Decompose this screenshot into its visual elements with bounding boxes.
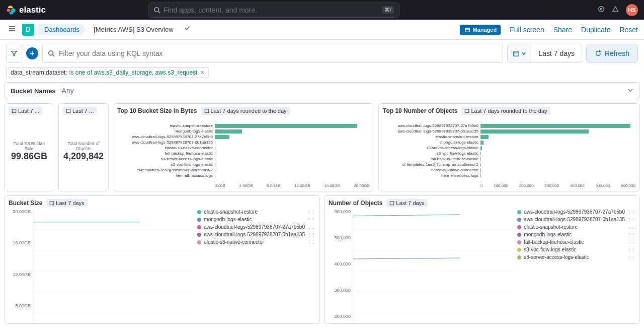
- plot-area[interactable]: [353, 209, 513, 324]
- drag-handle-icon[interactable]: ⋮⋮: [307, 210, 315, 214]
- legend-item[interactable]: aws-cloudtrail-logs-529897938707-27a7b5b…: [197, 224, 315, 230]
- series-line[interactable]: [353, 215, 460, 216]
- user-avatar[interactable]: HS: [626, 4, 638, 16]
- fullscreen-button[interactable]: Full screen: [510, 26, 544, 34]
- legend-item[interactable]: s3-server-access-logs-elastic⋮⋮: [517, 254, 635, 260]
- drag-handle-icon[interactable]: ⋮⋮: [627, 225, 635, 229]
- filter-pill[interactable]: data_stream.dataset: is one of aws.s3_da…: [6, 67, 209, 78]
- drag-handle-icon[interactable]: ⋮⋮: [307, 240, 315, 244]
- control-value[interactable]: Any: [62, 87, 74, 95]
- bar-fill[interactable]: [480, 141, 484, 145]
- legend-color-icon: [197, 225, 201, 229]
- legend-item[interactable]: s3-vpc-flow-logs-elastic⋮⋮: [517, 247, 635, 252]
- legend-label: s3-server-access-logs-elastic: [524, 254, 589, 260]
- chart-bucket-size-timeseries: Bucket Size Last 7 days 20.00GB16.00GB12…: [4, 195, 320, 324]
- logo-text: elastic: [19, 5, 46, 15]
- legend-item[interactable]: mongodb-logs-elastic⋮⋮: [517, 232, 635, 237]
- svg-point-3: [600, 8, 602, 10]
- duplicate-button[interactable]: Duplicate: [581, 26, 610, 34]
- filter-icon: [11, 50, 18, 57]
- bar-label: s3-server-access-logs-elastic: [383, 146, 478, 150]
- y-axis: 20.00GB16.00GB12.00GB8.00GB4.00GB0.00B: [9, 209, 33, 324]
- chevron-down-icon[interactable]: [627, 87, 633, 95]
- legend-color-icon: [517, 210, 521, 214]
- bar-fill[interactable]: [480, 124, 630, 128]
- share-button[interactable]: Share: [553, 26, 572, 34]
- drag-handle-icon[interactable]: ⋮⋮: [627, 232, 635, 237]
- legend-item[interactable]: elastic-s3-native-connector⋮⋮: [197, 239, 315, 245]
- bar-label: hem-elb-access-logs: [117, 173, 213, 178]
- legend-item[interactable]: mongodb-logs-elastic⋮⋮: [197, 217, 315, 222]
- drag-handle-icon[interactable]: ⋮⋮: [307, 217, 315, 222]
- legend-color-icon: [517, 248, 521, 252]
- bar-fill[interactable]: [480, 146, 482, 150]
- kql-input-wrapper[interactable]: [42, 44, 503, 63]
- plot-area[interactable]: [33, 209, 193, 324]
- elastic-logo[interactable]: elastic: [6, 5, 46, 15]
- bar-fill[interactable]: [215, 135, 229, 139]
- bar-fill[interactable]: [480, 152, 481, 156]
- add-filter-button[interactable]: +: [26, 47, 38, 59]
- bar-fill[interactable]: [215, 129, 242, 134]
- bar-row: s3-vpc-flow-logs-elastic: [117, 162, 370, 167]
- global-search-input[interactable]: [164, 6, 379, 14]
- drag-handle-icon[interactable]: ⋮⋮: [627, 255, 635, 259]
- kql-input[interactable]: [59, 49, 498, 57]
- date-quick-menu[interactable]: [508, 44, 531, 62]
- drag-handle-icon[interactable]: ⋮⋮: [307, 225, 315, 229]
- bar-label: aws-cloudtrail-logs-529897938707-27a7b5b…: [383, 123, 478, 128]
- legend-item[interactable]: aws-cloudtrail-logs-529897938707-27a7b5b…: [517, 209, 635, 215]
- bar-fill[interactable]: [480, 135, 489, 139]
- legend-item[interactable]: aws-cloudtrail-logs-529897938707-0b1aa13…: [197, 232, 315, 237]
- series-line[interactable]: [353, 258, 460, 259]
- bar-fill[interactable]: [480, 129, 589, 134]
- nav-toggle-icon[interactable]: [6, 23, 18, 36]
- panel-title: Number of Objects: [329, 200, 382, 207]
- legend-item[interactable]: aws-cloudtrail-logs-529897938707-0b1aa13…: [517, 217, 635, 222]
- time-badge: Last 7 ...: [9, 107, 42, 115]
- help-icon[interactable]: [612, 6, 619, 14]
- legend-item[interactable]: fail-backup-firehose-elastic⋮⋮: [517, 239, 635, 245]
- bar-row: s3-server-access-logs-elastic: [117, 157, 370, 162]
- newsfeed-icon[interactable]: [598, 6, 605, 14]
- drag-handle-icon[interactable]: ⋮⋮: [627, 247, 635, 252]
- breadcrumb-dashboards[interactable]: Dashboards: [38, 24, 86, 35]
- global-search[interactable]: ⌘/: [148, 3, 399, 18]
- edit-title-icon[interactable]: [184, 25, 191, 34]
- drag-handle-icon[interactable]: ⋮⋮: [627, 240, 635, 244]
- legend-item[interactable]: elastic-snapshot-restore⋮⋮: [517, 224, 635, 230]
- legend-item[interactable]: elastic-snapshot-restore⋮⋮: [197, 209, 315, 215]
- bar-fill[interactable]: [215, 141, 215, 145]
- date-range-text[interactable]: Last 7 days: [531, 49, 582, 57]
- tick-label: 16.00GB: [324, 183, 340, 188]
- remove-filter-icon[interactable]: ×: [201, 69, 204, 76]
- svg-point-8: [49, 51, 53, 55]
- bar-row: fail-backup-firehose-elastic: [117, 151, 370, 156]
- bar-fill[interactable]: [215, 124, 357, 128]
- bar-label: elastic-s3-native-connector: [383, 168, 478, 172]
- reset-button[interactable]: Reset: [619, 26, 638, 34]
- tick-label: 400,000: [329, 261, 351, 267]
- legend-label: elastic-snapshot-restore: [204, 209, 258, 215]
- drag-handle-icon[interactable]: ⋮⋮: [627, 210, 635, 214]
- drag-handle-icon[interactable]: ⋮⋮: [627, 217, 635, 222]
- drag-handle-icon[interactable]: ⋮⋮: [307, 232, 315, 237]
- space-badge[interactable]: D: [22, 24, 34, 36]
- time-badge: Last 7 days: [386, 199, 427, 207]
- search-shortcut: ⌘/: [382, 6, 394, 14]
- bar-fill[interactable]: [480, 157, 481, 161]
- tick-label: 500,000: [329, 235, 351, 240]
- bar-row: s3-server-access-logs-elastic: [383, 146, 635, 151]
- time-badge: Last 7 days: [46, 199, 87, 207]
- filter-options-button[interactable]: [6, 44, 22, 63]
- tick-label: 200,000: [329, 314, 351, 319]
- panel-title: Top 10 Bucket Size in Bytes: [117, 107, 197, 114]
- time-badge: Last 7 days rounded to the day: [201, 107, 290, 115]
- legend-label: aws-cloudtrail-logs-529897938707-27a7b5b…: [204, 224, 305, 230]
- bar-label: cf-templates-1ea2jj7cinlmp-ap-southeast-…: [117, 168, 213, 172]
- date-picker[interactable]: Last 7 days: [507, 44, 582, 63]
- chart-body: elastic-snapshot-restoremongodb-logs-ela…: [117, 117, 370, 182]
- refresh-button[interactable]: Refresh: [586, 44, 638, 63]
- svg-rect-16: [50, 202, 54, 205]
- svg-rect-7: [465, 28, 469, 32]
